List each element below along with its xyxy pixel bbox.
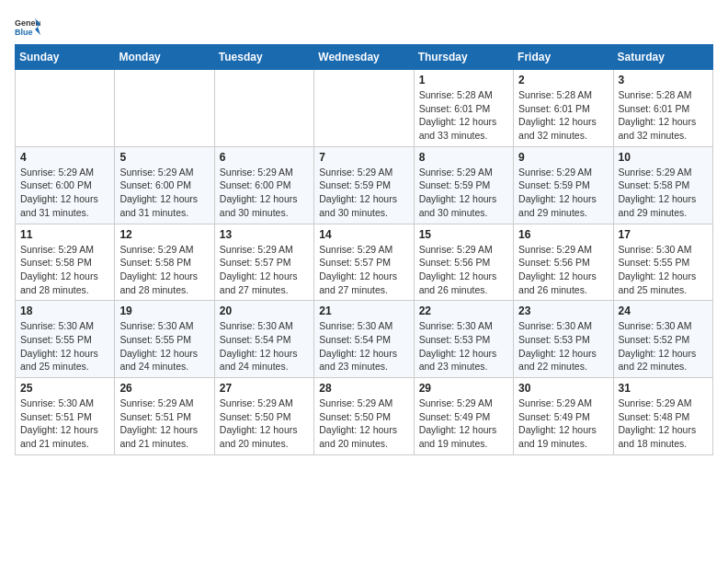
calendar-cell: 22Sunrise: 5:30 AM Sunset: 5:53 PM Dayli… (414, 301, 513, 378)
calendar-cell: 25Sunrise: 5:30 AM Sunset: 5:51 PM Dayli… (16, 378, 115, 455)
day-number: 26 (119, 382, 209, 395)
day-number: 20 (220, 304, 309, 317)
calendar-cell: 29Sunrise: 5:29 AM Sunset: 5:49 PM Dayli… (414, 378, 513, 455)
calendar-cell (115, 70, 214, 147)
day-number: 1 (419, 74, 508, 86)
calendar-cell (314, 70, 414, 147)
calendar-cell: 24Sunrise: 5:30 AM Sunset: 5:52 PM Dayli… (613, 301, 712, 378)
day-number: 17 (619, 228, 708, 241)
calendar-cell: 3Sunrise: 5:28 AM Sunset: 6:01 PM Daylig… (613, 70, 712, 147)
calendar-week-row: 18Sunrise: 5:30 AM Sunset: 5:55 PM Dayli… (16, 301, 713, 378)
day-number: 6 (220, 151, 309, 164)
calendar-cell: 19Sunrise: 5:30 AM Sunset: 5:55 PM Dayli… (115, 301, 214, 378)
day-detail: Sunrise: 5:29 AM Sunset: 5:56 PM Dayligh… (419, 243, 508, 297)
weekday-header: Thursday (414, 45, 513, 70)
day-detail: Sunrise: 5:29 AM Sunset: 5:49 PM Dayligh… (419, 396, 508, 451)
day-number: 13 (220, 228, 309, 241)
svg-text:Blue: Blue (15, 28, 33, 37)
day-number: 12 (119, 228, 209, 241)
calendar-cell: 10Sunrise: 5:29 AM Sunset: 5:58 PM Dayli… (613, 146, 712, 224)
calendar-cell: 12Sunrise: 5:29 AM Sunset: 5:58 PM Dayli… (115, 224, 214, 301)
calendar-cell: 6Sunrise: 5:29 AM Sunset: 6:00 PM Daylig… (214, 146, 313, 224)
day-detail: Sunrise: 5:29 AM Sunset: 5:58 PM Dayligh… (619, 166, 708, 220)
calendar-week-row: 25Sunrise: 5:30 AM Sunset: 5:51 PM Dayli… (16, 378, 713, 455)
day-number: 8 (419, 151, 508, 164)
day-detail: Sunrise: 5:30 AM Sunset: 5:51 PM Dayligh… (20, 396, 109, 451)
day-detail: Sunrise: 5:30 AM Sunset: 5:55 PM Dayligh… (20, 319, 109, 373)
header: General Blue (15, 15, 713, 37)
weekday-header: Friday (514, 45, 613, 70)
day-detail: Sunrise: 5:29 AM Sunset: 5:51 PM Dayligh… (119, 396, 209, 451)
day-number: 28 (319, 382, 408, 395)
day-number: 18 (20, 304, 109, 317)
day-number: 10 (619, 151, 708, 164)
day-number: 19 (119, 304, 209, 317)
calendar-cell: 1Sunrise: 5:28 AM Sunset: 6:01 PM Daylig… (414, 70, 513, 147)
day-number: 23 (518, 304, 608, 317)
day-number: 31 (619, 382, 708, 395)
day-detail: Sunrise: 5:30 AM Sunset: 5:55 PM Dayligh… (619, 243, 708, 297)
day-number: 3 (619, 74, 708, 86)
day-number: 11 (20, 228, 109, 241)
day-detail: Sunrise: 5:29 AM Sunset: 5:58 PM Dayligh… (20, 243, 109, 297)
day-detail: Sunrise: 5:29 AM Sunset: 5:57 PM Dayligh… (319, 243, 408, 297)
day-number: 15 (419, 228, 508, 241)
day-number: 9 (518, 151, 608, 164)
logo-icon: General Blue (15, 15, 40, 37)
calendar-cell: 16Sunrise: 5:29 AM Sunset: 5:56 PM Dayli… (514, 224, 613, 301)
weekday-header: Sunday (16, 45, 115, 70)
calendar-cell: 18Sunrise: 5:30 AM Sunset: 5:55 PM Dayli… (16, 301, 115, 378)
day-detail: Sunrise: 5:29 AM Sunset: 5:59 PM Dayligh… (518, 166, 608, 220)
day-number: 4 (20, 151, 109, 164)
calendar-cell: 4Sunrise: 5:29 AM Sunset: 6:00 PM Daylig… (16, 146, 115, 224)
weekday-header: Wednesday (314, 45, 414, 70)
logo: General Blue (15, 15, 44, 37)
calendar-cell: 13Sunrise: 5:29 AM Sunset: 5:57 PM Dayli… (214, 224, 313, 301)
weekday-header-row: SundayMondayTuesdayWednesdayThursdayFrid… (16, 45, 713, 70)
day-detail: Sunrise: 5:29 AM Sunset: 5:50 PM Dayligh… (319, 396, 408, 451)
day-detail: Sunrise: 5:28 AM Sunset: 6:01 PM Dayligh… (518, 88, 608, 143)
calendar-cell: 8Sunrise: 5:29 AM Sunset: 5:59 PM Daylig… (414, 146, 513, 224)
day-number: 2 (518, 74, 608, 86)
calendar-cell: 23Sunrise: 5:30 AM Sunset: 5:53 PM Dayli… (514, 301, 613, 378)
calendar-cell: 31Sunrise: 5:29 AM Sunset: 5:48 PM Dayli… (613, 378, 712, 455)
day-detail: Sunrise: 5:29 AM Sunset: 5:58 PM Dayligh… (119, 243, 209, 297)
day-number: 5 (119, 151, 209, 164)
calendar-cell: 20Sunrise: 5:30 AM Sunset: 5:54 PM Dayli… (214, 301, 313, 378)
day-number: 16 (518, 228, 608, 241)
day-detail: Sunrise: 5:29 AM Sunset: 5:59 PM Dayligh… (319, 166, 408, 220)
day-number: 7 (319, 151, 408, 164)
calendar-cell: 30Sunrise: 5:29 AM Sunset: 5:49 PM Dayli… (514, 378, 613, 455)
calendar-cell: 7Sunrise: 5:29 AM Sunset: 5:59 PM Daylig… (314, 146, 414, 224)
day-detail: Sunrise: 5:28 AM Sunset: 6:01 PM Dayligh… (619, 88, 708, 143)
day-detail: Sunrise: 5:29 AM Sunset: 5:50 PM Dayligh… (220, 396, 309, 451)
day-detail: Sunrise: 5:30 AM Sunset: 5:54 PM Dayligh… (319, 319, 408, 373)
day-detail: Sunrise: 5:30 AM Sunset: 5:53 PM Dayligh… (419, 319, 508, 373)
day-detail: Sunrise: 5:29 AM Sunset: 5:59 PM Dayligh… (419, 166, 508, 220)
day-detail: Sunrise: 5:30 AM Sunset: 5:55 PM Dayligh… (119, 319, 209, 373)
calendar-table: SundayMondayTuesdayWednesdayThursdayFrid… (15, 44, 713, 455)
calendar-cell: 21Sunrise: 5:30 AM Sunset: 5:54 PM Dayli… (314, 301, 414, 378)
calendar-cell: 11Sunrise: 5:29 AM Sunset: 5:58 PM Dayli… (16, 224, 115, 301)
calendar-cell (16, 70, 115, 147)
weekday-header: Tuesday (214, 45, 313, 70)
day-number: 24 (619, 304, 708, 317)
day-number: 25 (20, 382, 109, 395)
day-number: 21 (319, 304, 408, 317)
calendar-cell: 17Sunrise: 5:30 AM Sunset: 5:55 PM Dayli… (613, 224, 712, 301)
day-detail: Sunrise: 5:30 AM Sunset: 5:54 PM Dayligh… (220, 319, 309, 373)
day-detail: Sunrise: 5:29 AM Sunset: 5:48 PM Dayligh… (619, 396, 708, 451)
calendar-cell: 14Sunrise: 5:29 AM Sunset: 5:57 PM Dayli… (314, 224, 414, 301)
calendar-cell: 15Sunrise: 5:29 AM Sunset: 5:56 PM Dayli… (414, 224, 513, 301)
calendar-week-row: 4Sunrise: 5:29 AM Sunset: 6:00 PM Daylig… (16, 146, 713, 224)
calendar-cell: 5Sunrise: 5:29 AM Sunset: 6:00 PM Daylig… (115, 146, 214, 224)
calendar-cell: 27Sunrise: 5:29 AM Sunset: 5:50 PM Dayli… (214, 378, 313, 455)
day-number: 14 (319, 228, 408, 241)
calendar-cell (214, 70, 313, 147)
day-detail: Sunrise: 5:29 AM Sunset: 6:00 PM Dayligh… (220, 166, 309, 220)
day-number: 30 (518, 382, 608, 395)
day-number: 27 (220, 382, 309, 395)
day-detail: Sunrise: 5:28 AM Sunset: 6:01 PM Dayligh… (419, 88, 508, 143)
day-detail: Sunrise: 5:30 AM Sunset: 5:52 PM Dayligh… (619, 319, 708, 373)
day-number: 22 (419, 304, 508, 317)
